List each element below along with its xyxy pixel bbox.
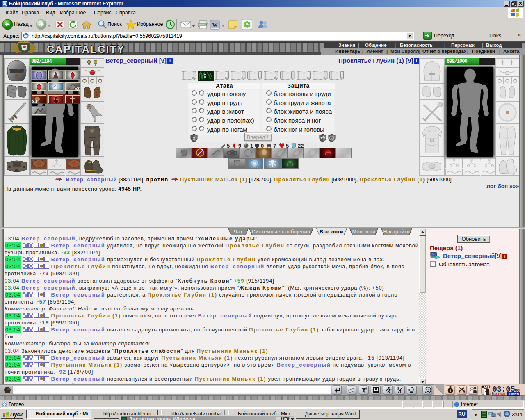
svg-text:Все логи: Все логи: [320, 229, 343, 235]
svg-text:Системные сообщения: Системные сообщения: [252, 229, 310, 235]
svg-text:W: W: [212, 22, 218, 28]
svg-text:a: a: [506, 412, 508, 416]
svg-text:x: x: [193, 136, 196, 141]
svg-text:Чат: Чат: [234, 229, 243, 235]
svg-text:Настройки: Настройки: [383, 229, 410, 235]
svg-text:Мои логи: Мои логи: [352, 229, 375, 235]
